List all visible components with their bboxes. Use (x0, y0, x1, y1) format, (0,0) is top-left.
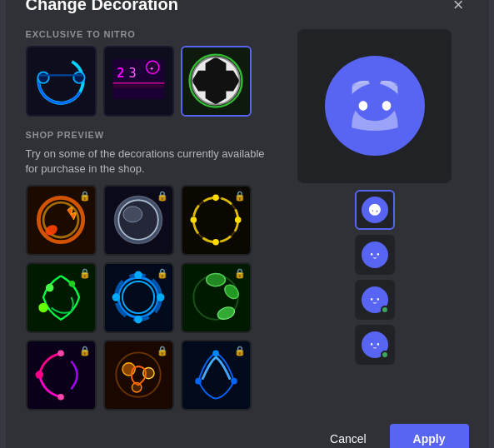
shop-item-5[interactable]: 🔒 (103, 262, 174, 333)
avatar-option-3[interactable] (355, 280, 395, 320)
svg-point-66 (231, 378, 237, 385)
svg-point-70 (370, 253, 372, 256)
svg-point-73 (377, 298, 378, 301)
shop-item-6[interactable]: 🔒 (181, 262, 252, 333)
svg-point-41 (38, 303, 47, 312)
discord-logo-svg (342, 81, 408, 131)
svg-point-72 (370, 298, 372, 301)
lock-icon-1: 🔒 (79, 191, 91, 202)
svg-point-58 (57, 394, 64, 401)
shop-item-1[interactable]: 🔒 (26, 185, 97, 256)
shop-grid: 🔒 🔒 (26, 185, 267, 411)
svg-point-4 (73, 72, 84, 82)
change-decoration-modal: Change Decoration × EXCLUSIVE TO NITRO (6, 0, 489, 448)
mini-avatar-2 (362, 241, 388, 268)
right-panel (281, 29, 469, 411)
nitro-item-2[interactable]: 2 3 ✦ (103, 46, 174, 117)
modal-title: Change Decoration (26, 0, 178, 14)
shop-item-8[interactable]: 🔒 (103, 340, 174, 411)
shop-item-7[interactable]: 🔒 (26, 340, 97, 411)
svg-point-48 (112, 293, 120, 301)
nitro-item-1[interactable] (26, 46, 97, 117)
svg-point-74 (370, 343, 372, 346)
shop-section-label: SHOP PREVIEW (26, 130, 267, 140)
svg-point-52 (206, 274, 225, 286)
svg-point-37 (234, 217, 241, 223)
nitro-grid: 2 3 ✦ (26, 46, 267, 117)
lock-icon-8: 🔒 (157, 346, 168, 356)
svg-point-69 (377, 208, 378, 211)
svg-point-68 (370, 208, 372, 211)
shop-item-3[interactable]: 🔒 (181, 185, 252, 256)
cancel-button[interactable]: Cancel (317, 426, 380, 448)
svg-point-49 (156, 293, 164, 301)
avatar-option-2[interactable] (355, 235, 395, 275)
content-area: EXCLUSIVE TO NITRO (26, 29, 469, 411)
status-dot-3 (381, 306, 389, 314)
discord-avatar-preview (325, 56, 425, 156)
lock-icon-7: 🔒 (79, 346, 91, 356)
svg-rect-11 (112, 85, 164, 88)
close-button[interactable]: × (448, 0, 469, 16)
shop-item-4[interactable]: 🔒 (26, 262, 97, 333)
lock-icon-3: 🔒 (234, 191, 246, 202)
lock-icon-2: 🔒 (157, 191, 168, 202)
svg-point-39 (45, 284, 53, 292)
svg-point-46 (134, 271, 142, 280)
svg-point-47 (134, 316, 142, 324)
svg-point-65 (212, 351, 219, 357)
lock-icon-6: 🔒 (234, 268, 246, 279)
status-dot-4 (381, 351, 389, 359)
avatar-option-1[interactable] (355, 190, 395, 230)
svg-point-75 (377, 343, 378, 346)
svg-text:3: 3 (128, 66, 136, 81)
svg-point-40 (68, 281, 75, 287)
preview-area (297, 29, 452, 183)
apply-button[interactable]: Apply (390, 424, 469, 448)
left-panel: EXCLUSIVE TO NITRO (26, 29, 267, 411)
shop-item-2[interactable]: 🔒 (103, 185, 174, 256)
nitro-item-3[interactable] (181, 46, 252, 117)
svg-point-3 (37, 72, 48, 82)
svg-point-57 (57, 351, 64, 357)
svg-text:2: 2 (117, 66, 124, 81)
nitro-section-label: EXCLUSIVE TO NITRO (26, 29, 267, 39)
modal-footer: Cancel Apply (26, 424, 469, 448)
svg-point-67 (195, 378, 202, 385)
avatar-options-list (355, 190, 395, 365)
shop-item-9[interactable]: 🔒 (181, 340, 252, 411)
svg-point-35 (212, 239, 219, 246)
svg-text:✦: ✦ (149, 62, 154, 72)
shop-description: Try on some of the decorations currently… (26, 147, 267, 177)
svg-point-56 (35, 371, 43, 379)
svg-point-36 (190, 217, 197, 223)
svg-point-34 (212, 195, 219, 202)
lock-icon-4: 🔒 (79, 268, 91, 279)
svg-point-29 (122, 207, 142, 222)
lock-icon-9: 🔒 (234, 346, 246, 356)
lock-icon-5: 🔒 (157, 268, 168, 279)
svg-point-71 (377, 253, 378, 256)
mini-avatar-1 (362, 197, 388, 223)
avatar-option-4[interactable] (355, 325, 395, 365)
modal-header: Change Decoration × (26, 0, 469, 16)
